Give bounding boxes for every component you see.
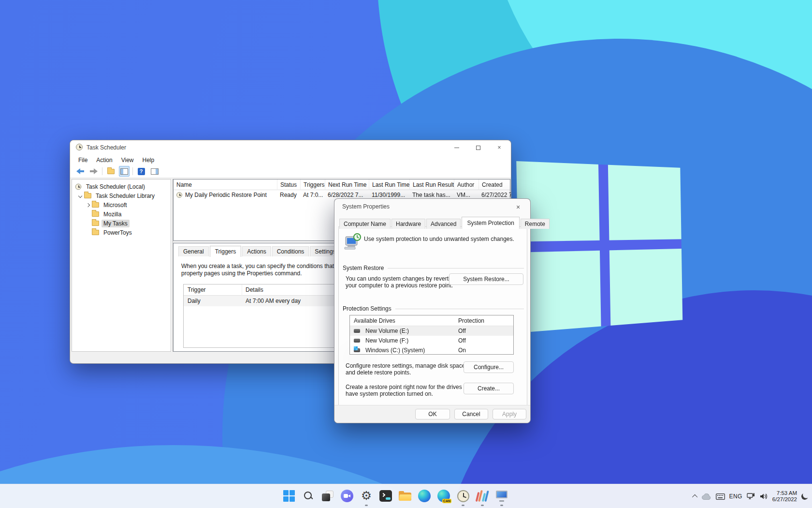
- chevron-down-icon[interactable]: [78, 194, 82, 197]
- tree-item-mozilla[interactable]: Mozilla: [72, 209, 171, 219]
- tab-computer-name[interactable]: Computer Name: [339, 219, 391, 229]
- export-list-button[interactable]: [105, 166, 116, 177]
- tray-chevron-up-icon[interactable]: [692, 494, 697, 500]
- language-indicator[interactable]: ENG: [729, 493, 742, 500]
- tab-system-protection[interactable]: System Protection: [462, 217, 519, 229]
- tree-item-label: Microsoft: [102, 201, 129, 209]
- configure-button[interactable]: Configure...: [464, 361, 514, 373]
- column-header-next-run-time[interactable]: Next Run Time: [325, 179, 369, 190]
- start-button[interactable]: [279, 484, 299, 508]
- minimize-button[interactable]: [446, 140, 467, 155]
- tree-item-my-tasks[interactable]: My Tasks: [72, 219, 171, 228]
- system-restore-text-line1: You can undo system changes by reverting: [346, 275, 456, 282]
- back-icon: [76, 168, 84, 174]
- settings-button[interactable]: ⚙: [357, 484, 376, 508]
- column-header-available-drives[interactable]: Available Drives: [350, 315, 454, 326]
- file-explorer-icon: [399, 491, 411, 501]
- task-scheduler-titlebar[interactable]: Task Scheduler ×: [70, 140, 511, 155]
- chat-button[interactable]: [337, 484, 357, 508]
- system-properties-dialog: System Properties × Computer Name Hardwa…: [334, 198, 531, 423]
- drive-icon: [354, 329, 360, 333]
- column-header-triggers[interactable]: Triggers: [300, 179, 325, 190]
- tab-remote[interactable]: Remote: [521, 219, 550, 229]
- edge-button[interactable]: [415, 484, 434, 508]
- system-restore-text-line2: your computer to a previous restore poin…: [346, 282, 456, 289]
- drive-row-e[interactable]: New Volume (E:) Off: [350, 326, 513, 336]
- menu-file[interactable]: File: [74, 156, 92, 164]
- tab-advanced[interactable]: Advanced: [426, 219, 461, 229]
- chat-icon: [341, 490, 353, 502]
- close-button[interactable]: ×: [489, 140, 510, 155]
- menu-view[interactable]: View: [117, 156, 138, 164]
- tab-actions[interactable]: Actions: [242, 246, 271, 256]
- terminal-button[interactable]: [376, 484, 395, 508]
- drives-table-header: Available Drives Protection: [350, 315, 513, 326]
- task-list-header: Name Status Triggers Next Run Time Last …: [174, 179, 510, 190]
- back-button[interactable]: [75, 166, 86, 177]
- tab-triggers[interactable]: Triggers: [210, 246, 242, 257]
- touch-keyboard-icon[interactable]: [716, 493, 725, 500]
- help-button[interactable]: ?: [136, 166, 146, 177]
- task-scheduler-taskbar-button[interactable]: [453, 484, 473, 508]
- task-view-button[interactable]: [318, 484, 337, 508]
- tab-conditions[interactable]: Conditions: [272, 246, 309, 256]
- taskbar-icons: ⚙ CAN: [279, 484, 511, 508]
- configure-text-line2: and delete restore points.: [346, 369, 467, 376]
- onedrive-cloud-icon[interactable]: [702, 493, 711, 500]
- tree-item-powertoys[interactable]: PowerToys: [72, 228, 171, 237]
- maximize-icon: [476, 146, 480, 150]
- maximize-button[interactable]: [467, 140, 489, 155]
- taskbar-clock[interactable]: 7:53 AM 6/27/2022: [772, 490, 797, 503]
- system-properties-taskbar-button[interactable]: [492, 484, 511, 508]
- column-header-name[interactable]: Name: [174, 179, 277, 190]
- toolbar: ?: [70, 165, 511, 178]
- configure-text-line1: Configure restore settings, manage disk …: [346, 362, 467, 369]
- task-triggers: At 7:0...: [300, 190, 325, 200]
- tab-hardware[interactable]: Hardware: [392, 219, 425, 229]
- system-restore-button[interactable]: System Restore...: [449, 273, 523, 285]
- tree-item-label: Task Scheduler Library: [94, 192, 157, 200]
- chevron-right-icon[interactable]: [86, 203, 90, 207]
- column-header-protection[interactable]: Protection: [454, 315, 513, 326]
- windows-logo: [516, 161, 682, 333]
- dialog-close-button[interactable]: ×: [513, 202, 523, 212]
- file-explorer-button[interactable]: [395, 484, 415, 508]
- tree-item-library[interactable]: Task Scheduler Library: [72, 191, 171, 200]
- create-button[interactable]: Create...: [464, 383, 514, 394]
- edge-canary-button[interactable]: CAN: [434, 484, 453, 508]
- action-pane-toggle-button[interactable]: [149, 166, 160, 177]
- console-tree-toggle-button[interactable]: [119, 166, 130, 177]
- cancel-button[interactable]: Cancel: [454, 409, 488, 419]
- tree-item-label-selected: My Tasks: [102, 220, 130, 227]
- drive-row-f[interactable]: New Volume (F:) Off: [350, 336, 513, 345]
- column-header-last-run-time[interactable]: Last Run Time: [369, 179, 409, 190]
- volume-icon[interactable]: [760, 493, 768, 500]
- desktop: Task Scheduler × File Action View Help: [0, 0, 812, 508]
- taskbar: ⚙ CAN ENG: [0, 484, 812, 508]
- tab-general[interactable]: General: [178, 246, 209, 256]
- column-header-author[interactable]: Author: [454, 179, 478, 190]
- search-button[interactable]: [299, 484, 318, 508]
- dialog-title: System Properties: [342, 203, 390, 210]
- column-header-status[interactable]: Status: [277, 179, 300, 190]
- forward-button[interactable]: [88, 166, 99, 177]
- menu-help[interactable]: Help: [138, 156, 159, 164]
- intro-text: Use system protection to undo unwanted s…: [364, 236, 519, 242]
- column-header-last-run-result[interactable]: Last Run Result: [409, 179, 454, 190]
- drive-row-c[interactable]: Windows (C:) (System) On: [350, 345, 513, 355]
- column-header-created[interactable]: Created: [478, 179, 511, 190]
- tree-item-root[interactable]: Task Scheduler (Local): [72, 182, 171, 191]
- ok-button[interactable]: OK: [415, 409, 450, 419]
- create-text-line2: have system protection turned on.: [346, 390, 473, 397]
- tree-item-microsoft[interactable]: Microsoft: [72, 200, 171, 209]
- column-divider: [242, 284, 242, 296]
- do-not-disturb-moon-icon[interactable]: [800, 492, 809, 501]
- apply-button[interactable]: Apply: [493, 409, 526, 419]
- network-icon[interactable]: [747, 493, 755, 500]
- menu-action[interactable]: Action: [92, 156, 116, 164]
- powertoys-button[interactable]: [473, 484, 492, 508]
- create-text: Create a restore point right now for the…: [346, 384, 473, 397]
- column-header-trigger[interactable]: Trigger: [184, 284, 242, 296]
- toolbar-separator: [102, 167, 102, 175]
- drive-protection: On: [454, 345, 513, 355]
